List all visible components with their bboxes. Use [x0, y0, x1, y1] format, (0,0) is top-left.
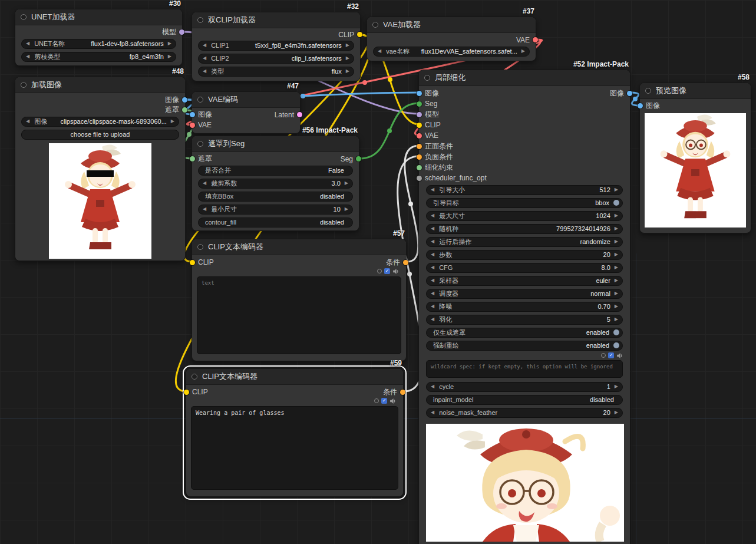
- increment-arrow-icon[interactable]: [615, 252, 618, 257]
- widget-guide-size[interactable]: 引导大小512: [426, 185, 623, 195]
- slot-dot-misc[interactable]: [417, 176, 422, 181]
- slot-dot-image[interactable]: [627, 91, 632, 96]
- decrement-arrow-icon[interactable]: [26, 54, 29, 59]
- node-header[interactable]: 遮罩到Seg: [192, 136, 359, 152]
- collapse-dot-icon[interactable]: [21, 82, 27, 88]
- node-header[interactable]: 局部细化: [419, 70, 630, 86]
- decrement-arrow-icon[interactable]: [203, 69, 206, 74]
- decrement-arrow-icon[interactable]: [431, 291, 434, 296]
- widget-inpaint-model[interactable]: inpaint_modeldisabled: [426, 395, 623, 405]
- checkbox-icon[interactable]: [381, 398, 387, 404]
- slot-dot-mask[interactable]: [182, 107, 187, 113]
- collapse-dot-icon[interactable]: [424, 75, 430, 81]
- decrement-arrow-icon[interactable]: [26, 41, 29, 46]
- node-header[interactable]: VAE加载器: [367, 17, 536, 33]
- node-header[interactable]: CLIP文本编码器: [186, 369, 403, 385]
- toggle-indicator[interactable]: [613, 200, 619, 206]
- widget-vae-name[interactable]: vae名称 flux1DevVAE_safetensors.safet...: [373, 47, 530, 57]
- decrement-arrow-icon[interactable]: [431, 317, 434, 322]
- widget-cycle[interactable]: cycle1: [426, 382, 623, 392]
- decrement-arrow-icon[interactable]: [431, 304, 434, 309]
- slot-dot-image[interactable]: [638, 103, 643, 108]
- speaker-icon[interactable]: [392, 268, 399, 275]
- increment-arrow-icon[interactable]: [615, 187, 618, 192]
- input-slot-clip[interactable]: CLIP: [186, 388, 208, 396]
- increment-arrow-icon[interactable]: [615, 239, 618, 244]
- input-slot-image[interactable]: 图像: [192, 110, 212, 120]
- increment-arrow-icon[interactable]: [615, 317, 618, 322]
- decrement-arrow-icon[interactable]: [431, 410, 434, 415]
- toggle-indicator[interactable]: [613, 329, 619, 335]
- increment-arrow-icon[interactable]: [171, 119, 174, 124]
- input-slot-detailer-hook[interactable]: 细化约束: [419, 163, 453, 173]
- input-slot-vae[interactable]: VAE: [192, 121, 212, 129]
- speaker-icon[interactable]: [616, 352, 623, 359]
- wildcard-textarea[interactable]: wildcard spec: if kept empty, this optio…: [426, 360, 623, 378]
- increment-arrow-icon[interactable]: [346, 56, 349, 61]
- widget-clip1[interactable]: CLIP1 t5xxl_fp8_e4m3fn.safetensors: [198, 41, 354, 51]
- input-slot-image[interactable]: 图像: [419, 88, 439, 98]
- node-clip-text-encode-positive[interactable]: #57 CLIP文本编码器 CLIP 条件 text: [192, 239, 407, 361]
- input-slot-clip[interactable]: CLIP: [192, 258, 214, 266]
- node-mask-to-segs[interactable]: #56 Impact-Pack 遮罩到Seg 遮罩 Seg 是否合并 False…: [192, 136, 359, 231]
- node-header[interactable]: 双CLIP加载器: [192, 12, 360, 28]
- widget-noise-mask-feather[interactable]: noise_mask_feather20: [426, 408, 623, 418]
- radio-circle-icon[interactable]: [374, 398, 379, 403]
- decrement-arrow-icon[interactable]: [203, 181, 206, 186]
- decrement-arrow-icon[interactable]: [203, 56, 206, 61]
- widget-feather[interactable]: 羽化5: [426, 315, 623, 325]
- decrement-arrow-icon[interactable]: [378, 49, 381, 54]
- widget-denoise[interactable]: 降噪0.70: [426, 302, 623, 312]
- increment-arrow-icon[interactable]: [615, 384, 618, 389]
- collapse-dot-icon[interactable]: [192, 374, 197, 380]
- node-clip-text-encode-negative[interactable]: #59 CLIP文本编码器 CLIP 条件 Wearing a pair of …: [186, 368, 404, 497]
- collapse-dot-icon[interactable]: [21, 14, 27, 20]
- slot-dot-vae[interactable]: [533, 37, 538, 42]
- upload-button[interactable]: choose file to upload: [21, 130, 179, 140]
- output-slot-conditioning[interactable]: 条件: [386, 258, 406, 268]
- widget-contour-fill[interactable]: contour_fill disabled: [198, 217, 353, 228]
- widget-cfg[interactable]: CFG8.0: [426, 263, 623, 273]
- slot-dot-seg[interactable]: [356, 156, 361, 161]
- output-slot-seg[interactable]: Seg: [341, 155, 359, 163]
- input-slot-clip[interactable]: CLIP: [419, 121, 441, 129]
- node-vae-encode[interactable]: #47 VAE编码 图像 Latent VAE: [192, 91, 301, 134]
- widget-control-after-generate[interactable]: 运行后操作randomize: [426, 237, 623, 247]
- node-header[interactable]: 加载图像: [15, 77, 185, 93]
- slot-dot-clip[interactable]: [184, 390, 189, 395]
- toggle-indicator[interactable]: [613, 342, 619, 348]
- slot-dot-clip[interactable]: [357, 32, 362, 37]
- input-slot-model[interactable]: 模型: [419, 110, 439, 120]
- node-vae-loader[interactable]: #37 VAE加载器 VAE vae名称 flux1DevVAE_safeten…: [367, 17, 536, 61]
- decrement-arrow-icon[interactable]: [26, 119, 29, 124]
- increment-arrow-icon[interactable]: [615, 291, 618, 296]
- widget-clip2[interactable]: CLIP2 clip_l.safetensors: [198, 54, 354, 64]
- decrement-arrow-icon[interactable]: [431, 187, 434, 192]
- output-slot-vae[interactable]: VAE: [516, 36, 536, 44]
- input-slot-mask[interactable]: 遮罩: [192, 154, 212, 164]
- widget-steps[interactable]: 步数20: [426, 250, 623, 260]
- output-slot-clip[interactable]: CLIP: [338, 31, 360, 39]
- output-slot-model[interactable]: 模型: [162, 27, 182, 37]
- slot-dot-clip[interactable]: [417, 123, 422, 128]
- output-slot-mask[interactable]: 遮罩: [165, 105, 185, 115]
- increment-arrow-icon[interactable]: [615, 410, 618, 415]
- widget-seed[interactable]: 随机种799527324014926: [426, 224, 623, 234]
- increment-arrow-icon[interactable]: [615, 304, 618, 309]
- prompt-textarea[interactable]: text: [197, 276, 401, 354]
- slot-dot-conditioning[interactable]: [403, 260, 408, 265]
- slot-dot-mask[interactable]: [190, 156, 195, 161]
- slot-dot-model[interactable]: [417, 112, 422, 117]
- widget-combined[interactable]: 是否合并 False: [198, 166, 353, 176]
- collapse-dot-icon[interactable]: [372, 22, 378, 28]
- increment-arrow-icon[interactable]: [615, 226, 618, 231]
- increment-arrow-icon[interactable]: [345, 207, 348, 212]
- widget-noise-mask[interactable]: 仅生成遮罩enabled: [426, 328, 623, 338]
- decrement-arrow-icon[interactable]: [431, 278, 434, 283]
- collapse-dot-icon[interactable]: [197, 97, 203, 103]
- collapse-dot-icon[interactable]: [197, 244, 203, 250]
- decrement-arrow-icon[interactable]: [431, 239, 434, 244]
- slot-dot-image[interactable]: [190, 112, 195, 117]
- node-header[interactable]: UNET加载器: [15, 9, 182, 25]
- node-dual-clip-loader[interactable]: #32 双CLIP加载器 CLIP CLIP1 t5xxl_fp8_e4m3fn…: [192, 12, 361, 81]
